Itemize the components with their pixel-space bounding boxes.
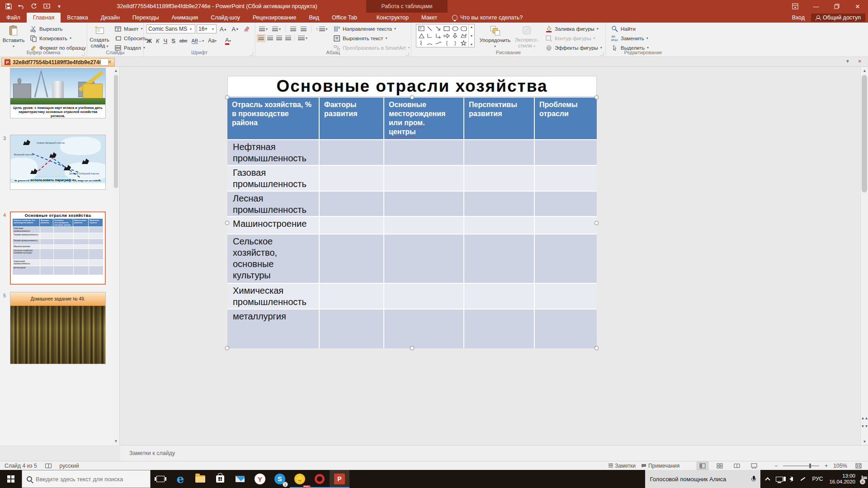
skype-button[interactable]: S1 — [270, 470, 290, 488]
empty-cell[interactable] — [384, 217, 464, 234]
bold-button[interactable]: Ж — [146, 36, 152, 45]
italic-button[interactable]: К — [156, 36, 160, 45]
underline-button[interactable]: Ч — [163, 36, 167, 45]
line-spacing-icon[interactable]: ↕▾ — [316, 27, 328, 32]
layout-button[interactable]: Макет▾ — [113, 24, 147, 33]
edge-button[interactable]: e — [170, 470, 190, 488]
tab-insert[interactable]: Вставка — [61, 13, 94, 23]
slide-thumbnail-4[interactable]: Основные отрасли хозяйства Отрасль хозяй… — [10, 211, 106, 285]
empty-cell[interactable] — [464, 166, 535, 191]
panel-scroll-up-icon[interactable]: ▲ — [113, 68, 119, 74]
align-center-icon[interactable] — [267, 36, 273, 41]
row-label[interactable]: Химическая промышленность — [227, 284, 320, 309]
section-button[interactable]: Раздел▾ — [113, 43, 147, 52]
shape-fill-button[interactable]: Заливка фигуры▾ — [543, 24, 602, 33]
opera-button[interactable] — [310, 470, 330, 488]
change-case-button[interactable]: Аа▾ — [208, 36, 217, 45]
numbering-icon[interactable]: ▾ — [272, 27, 281, 32]
fit-to-window-button[interactable] — [853, 462, 864, 470]
empty-cell[interactable] — [535, 166, 597, 191]
alice-assistant-button[interactable]: Голосовой помощник Алиса — [645, 470, 760, 488]
reset-button[interactable]: Сбросить — [113, 34, 147, 42]
font-color-button[interactable]: А▾ — [221, 36, 231, 45]
slideshow-view-button[interactable] — [748, 462, 760, 470]
shape-elbow-icon[interactable] — [426, 33, 434, 40]
minimize-icon[interactable]: — — [806, 0, 826, 13]
scroll-down-icon[interactable]: ▼ — [861, 438, 868, 445]
arrange-button[interactable]: Упорядочить▾ — [478, 24, 512, 49]
next-slide-icon[interactable]: ▼▼ — [861, 422, 868, 430]
tab-file[interactable]: Файл — [0, 13, 27, 23]
empty-cell[interactable] — [464, 140, 535, 165]
increase-indent-icon[interactable] — [301, 27, 307, 32]
empty-cell[interactable] — [464, 235, 535, 283]
table-header-problems[interactable]: Проблемы отрасли — [535, 98, 597, 139]
new-slide-button[interactable]: Создатьслайд ▾ — [88, 24, 111, 49]
tab-office-tab[interactable]: Office Tab — [326, 13, 363, 23]
doc-tab-bar-close-icon[interactable]: ✕ — [858, 59, 862, 64]
strikethrough-button[interactable]: abc — [179, 36, 188, 45]
row-label[interactable]: Лесная промышленность — [227, 192, 320, 216]
store-button[interactable] — [210, 470, 230, 488]
comments-toggle[interactable]: Примечания — [641, 463, 679, 469]
close-icon[interactable]: ✕ — [847, 0, 868, 13]
selection-handle[interactable] — [225, 346, 229, 350]
shape-line-icon[interactable] — [426, 25, 434, 33]
shape-right-brace-icon[interactable]: } — [451, 39, 460, 47]
shape-right-arrow-icon[interactable] — [443, 33, 451, 40]
tab-view[interactable]: Вид — [302, 13, 326, 23]
increase-font-icon[interactable]: А▲ — [218, 24, 229, 33]
keyboard-language[interactable]: РУС — [812, 476, 823, 482]
empty-cell[interactable] — [535, 235, 597, 283]
pen-icon[interactable] — [799, 476, 806, 482]
search-input[interactable] — [36, 476, 140, 483]
panel-scroll-down-icon[interactable]: ▼ — [113, 438, 119, 444]
align-right-icon[interactable] — [276, 36, 282, 41]
tell-me-box[interactable]: Что вы хотите сделать? — [452, 13, 523, 23]
row-label[interactable]: Сельское хозяйство, основные культуры — [227, 235, 320, 283]
decrease-indent-icon[interactable] — [290, 27, 296, 32]
selection-handle[interactable] — [225, 95, 229, 99]
clock[interactable]: 13:00 16.04.2020 — [829, 473, 855, 485]
shape-curve-icon[interactable] — [434, 39, 443, 47]
empty-cell[interactable] — [384, 310, 464, 348]
shape-arrow-icon[interactable] — [434, 25, 443, 33]
shape-star-icon[interactable] — [459, 39, 468, 47]
reading-view-button[interactable] — [731, 462, 743, 470]
empty-cell[interactable] — [384, 192, 464, 216]
shape-elbow-arrow-icon[interactable] — [434, 33, 443, 40]
empty-cell[interactable] — [535, 217, 597, 234]
empty-cell[interactable] — [320, 235, 384, 283]
sign-in-link[interactable]: Вход — [792, 14, 805, 21]
zoom-slider[interactable] — [783, 465, 819, 466]
document-tab[interactable]: P 32e8df77554b41189ff3e4fdb9e2746e ✕ — [1, 58, 115, 66]
normal-view-button[interactable] — [697, 462, 708, 470]
new-doc-tab-button[interactable] — [100, 58, 108, 66]
text-shadow-button[interactable]: S — [171, 36, 175, 45]
task-view-button[interactable] — [151, 470, 170, 488]
find-button[interactable]: Найти — [609, 24, 649, 33]
empty-cell[interactable] — [384, 140, 464, 165]
network-icon[interactable] — [776, 477, 783, 482]
font-size-combo[interactable]: 16+▾ — [197, 24, 217, 33]
row-label[interactable]: металлургия — [227, 310, 320, 348]
selection-handle[interactable] — [410, 346, 414, 350]
yandex-browser-button[interactable]: Y — [250, 470, 270, 488]
taskbar-search[interactable] — [22, 470, 151, 488]
tab-transitions[interactable]: Переходы — [126, 13, 165, 23]
file-explorer-button[interactable] — [190, 470, 210, 488]
empty-cell[interactable] — [320, 140, 384, 165]
shape-rectangle-icon[interactable] — [443, 25, 451, 33]
format-painter-button[interactable]: Формат по образцу — [28, 43, 86, 52]
row-label[interactable]: Нефтяная промышленность — [227, 140, 320, 165]
main-scrollbar[interactable]: ▲ ▲▲ ▼▼ ▼ — [860, 67, 868, 445]
slide-thumbnail-5[interactable]: Домашнее задание № 49. — [10, 292, 106, 364]
paragraph-dialog-launcher-icon[interactable] — [406, 52, 409, 55]
empty-cell[interactable] — [535, 284, 597, 309]
shape-down-arrow-icon[interactable] — [451, 33, 460, 40]
table-header-prospects[interactable]: Перспективы развития — [464, 98, 535, 139]
shape-effects-button[interactable]: Эффекты фигуры▾ — [543, 43, 602, 52]
icq-button[interactable]: ᴗPRO — [290, 470, 310, 488]
slide-title-box[interactable]: Основные отрасли хозяйства — [227, 76, 597, 97]
row-label[interactable]: Газовая промышленность — [227, 166, 320, 191]
